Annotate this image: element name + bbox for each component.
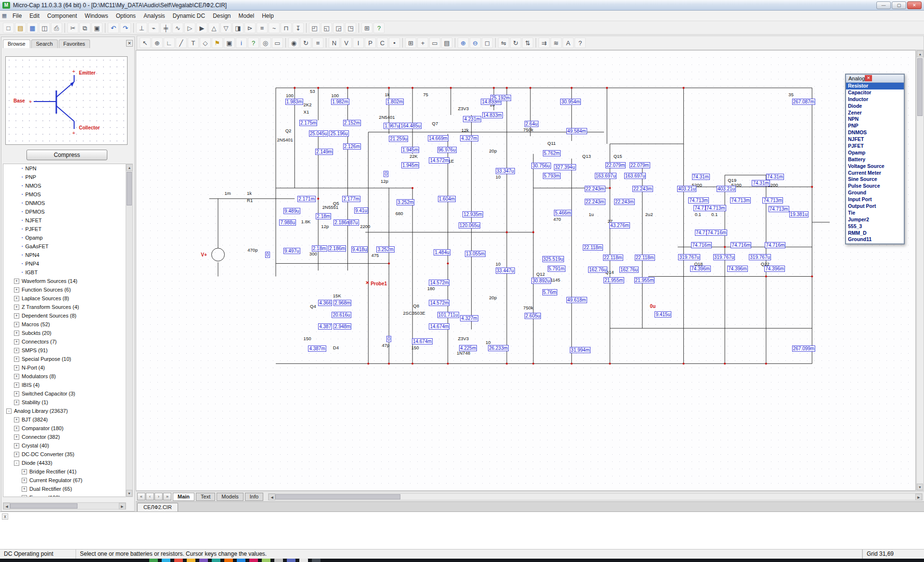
tree-scroll-thumb[interactable] [127,172,132,205]
window-tile-vertical-icon[interactable]: ◲ [333,23,344,33]
page-tab-models[interactable]: Models [217,493,243,501]
expand-icon[interactable]: + [14,443,19,448]
print-icon[interactable]: ⎙ [51,23,62,33]
dc-value-label[interactable]: 13.055m [465,251,486,257]
schematic-note[interactable]: ✕ [365,280,369,285]
dc-value-label[interactable]: 1.484u [434,249,450,255]
dc-value-label[interactable]: 0 [386,336,391,342]
dc-value-label[interactable]: 22.079m [605,162,626,168]
component-mode-icon[interactable]: ⊕ [152,38,163,48]
dc-value-label[interactable]: 22.118m [583,244,603,251]
dc-value-label[interactable]: 162.76u [619,267,639,273]
dc-value-label[interactable]: 33.447u [496,268,515,274]
dc-value-label[interactable]: 22.243m [614,199,635,205]
dc-value-label[interactable]: 14.572m [429,157,449,164]
dc-value-label[interactable]: 1.983m [285,99,303,105]
menu-options[interactable]: Options [112,11,140,21]
current-source-component-icon[interactable]: ↧ [293,23,304,33]
tree-item-dpmos[interactable]: ▪DPMOS [3,207,126,216]
copy-icon[interactable]: ⧉ [79,23,90,33]
tree-item-dependent-sources-8[interactable]: +Dependent Sources (8) [3,311,126,320]
tree-item-npn[interactable]: ▪NPN [3,164,126,173]
taskbar-app-icon[interactable] [187,559,195,562]
expand-icon[interactable]: + [14,339,19,345]
scroll-down-icon[interactable]: ▼ [126,490,132,497]
scroll-up-icon[interactable]: ▲ [917,51,924,57]
dc-value-label[interactable]: 19.381u [789,211,808,217]
expand-icon[interactable]: + [14,426,19,431]
ground-component-icon[interactable]: ⊥ [136,23,147,33]
expand-icon[interactable]: + [14,452,19,457]
tree-item-n-port-4[interactable]: +N-Port (4) [3,363,126,372]
tree-item-z-transform-sources-4[interactable]: +Z Transform Sources (4) [3,303,126,311]
taskbar-app-icon[interactable] [199,559,208,562]
tree-item-subckts-20[interactable]: +Subckts (20) [3,329,126,337]
open-file-icon[interactable]: ▤ [15,23,26,33]
expand-icon[interactable]: + [14,348,19,353]
dc-value-label[interactable]: 403.21u [717,186,736,192]
show-currents-icon[interactable]: I [353,38,364,48]
palette-item-ground11[interactable]: Ground11 [846,236,904,243]
paste-icon[interactable]: ▣ [91,23,103,33]
tree-item-crystal-40[interactable]: +Crystal (40) [3,441,126,450]
dc-value-label[interactable]: 120.065u [459,222,481,229]
tab-search[interactable]: Search [31,39,58,48]
tree-item-bjt-3824[interactable]: +BJT (3824) [3,415,126,424]
dc-value-label[interactable]: 327.394u [554,164,576,170]
rotate-icon[interactable]: ↻ [510,38,521,48]
dc-value-label[interactable]: 2.171m [297,196,315,202]
dc-value-label[interactable]: 163.697u [595,173,617,179]
dc-value-label[interactable]: 3.252m [397,199,414,205]
tree-item-pnp[interactable]: ▪PNP [3,173,126,181]
tree-item-macros-52[interactable]: +Macros (52) [3,320,126,329]
properties-icon[interactable]: ≡ [312,38,323,48]
dc-value-label[interactable]: 0 [384,171,388,177]
dc-value-label[interactable]: 22.079m [629,162,650,168]
taskbar-app-icon[interactable] [312,559,321,562]
expand-icon[interactable]: + [22,495,27,498]
dc-value-label[interactable]: 96.976u [437,147,457,153]
tree-item-opamp[interactable]: ▪Opamp [3,233,126,242]
scroll-right-icon[interactable]: ▶ [915,494,922,500]
point-to-point-mode-icon[interactable]: ◎ [260,38,271,48]
dc-value-label[interactable]: 74.713m [688,197,709,204]
schematic-canvas[interactable]: 1.983m1.982m1.802m14.833m25.192m30.954m2… [136,50,916,491]
dc-value-label[interactable]: 4.387m [308,345,326,352]
dc-value-label[interactable]: 74.716m [706,230,727,236]
dc-value-label[interactable]: 9.497u [283,248,300,254]
dc-value-label[interactable]: 4.366 [318,300,332,306]
dc-value-label[interactable]: 14.674m [412,338,433,345]
taskbar-app-icon[interactable] [249,559,258,562]
dc-value-label[interactable]: 4.225m [459,345,477,351]
page-tab-info[interactable]: Info [245,493,263,501]
dc-value-label[interactable]: 319.767u [749,254,771,260]
picture-mode-icon[interactable]: ▣ [224,38,235,48]
taskbar-app-icon[interactable] [149,559,158,562]
child-window-icon[interactable]: ▦ [0,13,9,19]
tree-item-pmos[interactable]: ▪PMOS [3,190,126,199]
dc-value-label[interactable]: 74.716m [691,242,712,248]
dc-value-label[interactable]: 2.152m [343,120,361,126]
expand-icon[interactable]: + [22,469,27,474]
menu-edit[interactable]: Edit [26,11,43,21]
scroll-down-icon[interactable]: ▼ [917,484,923,490]
dc-value-label[interactable]: 26.233m [488,345,509,351]
dc-value-label[interactable]: 2.149m [315,149,333,155]
dc-value-label[interactable]: 9.489u [283,208,300,214]
scroll-left-icon[interactable]: ◀ [3,503,10,510]
menu-design[interactable]: Design [209,11,234,21]
cut-icon[interactable]: ✂ [67,23,78,33]
palette-item-jumper2[interactable]: Jumper2 [846,217,904,223]
npn-component-icon[interactable]: △ [208,23,219,33]
dc-value-label[interactable]: 20.616u [332,312,351,318]
dc-value-label[interactable]: 319.767u [678,254,700,260]
scroll-right-icon[interactable]: ▶ [119,503,126,510]
dc-value-label[interactable]: 25.196u [329,130,348,137]
message-panel[interactable]: x [0,511,924,549]
dc-value-label[interactable]: 14.674m [429,323,449,330]
dc-value-label[interactable]: 74.31m [692,174,710,180]
dc-value-label[interactable]: 22.118m [603,255,623,261]
dc-value-label[interactable]: 14.572m [429,280,449,286]
wire-diagonal-mode-icon[interactable]: ╱ [176,38,187,48]
dc-value-label[interactable]: 74.713m [730,197,751,204]
